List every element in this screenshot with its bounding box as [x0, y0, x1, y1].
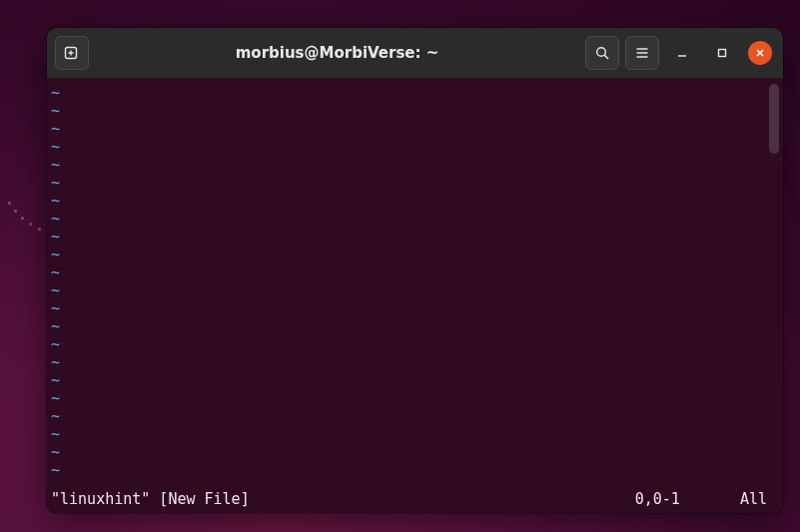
svg-line-4: [604, 55, 608, 59]
menu-button[interactable]: [625, 36, 659, 70]
tilde-line: ~: [51, 407, 767, 425]
terminal-body[interactable]: ~~~~~~~~~~~~~~~~~~~~~~: [47, 78, 783, 489]
search-button[interactable]: [585, 36, 619, 70]
tilde-line: ~: [51, 264, 767, 281]
tilde-line: ~: [51, 389, 767, 407]
tilde-line: ~: [51, 443, 767, 461]
editor-buffer[interactable]: ~~~~~~~~~~~~~~~~~~~~~~: [51, 84, 767, 487]
hamburger-icon: [634, 45, 650, 61]
close-icon: [754, 47, 766, 59]
tilde-line: ~: [51, 228, 767, 246]
tilde-line: ~: [51, 138, 767, 156]
vim-status-line: "linuxhint" [New File] 0,0-1 All: [47, 489, 783, 513]
tilde-line: ~: [51, 84, 767, 102]
minimize-button[interactable]: [665, 36, 699, 70]
svg-rect-9: [719, 50, 726, 57]
tilde-line: ~: [51, 246, 767, 264]
tilde-line: ~: [51, 425, 767, 443]
maximize-icon: [715, 46, 729, 60]
status-view-percent: All: [740, 489, 779, 509]
minimize-icon: [675, 46, 689, 60]
maximize-button[interactable]: [705, 36, 739, 70]
tilde-line: ~: [51, 461, 767, 479]
search-icon: [594, 45, 610, 61]
tilde-line: ~: [51, 299, 767, 317]
status-cursor-position: 0,0-1: [635, 489, 740, 509]
titlebar: morbius@MorbiVerse: ~: [47, 28, 783, 78]
tilde-line: ~: [51, 174, 767, 192]
tilde-line: ~: [51, 120, 767, 138]
new-tab-icon: [63, 44, 81, 62]
svg-point-3: [597, 48, 606, 57]
terminal-window: morbius@MorbiVerse: ~: [47, 28, 783, 513]
tilde-line: ~: [51, 102, 767, 120]
status-filename: "linuxhint" [New File]: [51, 489, 250, 509]
tilde-line: ~: [51, 371, 767, 389]
tilde-line: ~: [51, 317, 767, 335]
tilde-line: ~: [51, 156, 767, 174]
new-tab-button[interactable]: [55, 36, 89, 70]
tilde-line: ~: [51, 210, 767, 228]
tilde-line: ~: [51, 335, 767, 353]
tilde-line: ~: [51, 192, 767, 210]
tilde-line: ~: [51, 353, 767, 371]
close-button[interactable]: [745, 36, 775, 70]
scrollbar-thumb[interactable]: [769, 84, 779, 154]
window-title: morbius@MorbiVerse: ~: [95, 44, 579, 62]
tilde-line: ~: [51, 281, 767, 299]
